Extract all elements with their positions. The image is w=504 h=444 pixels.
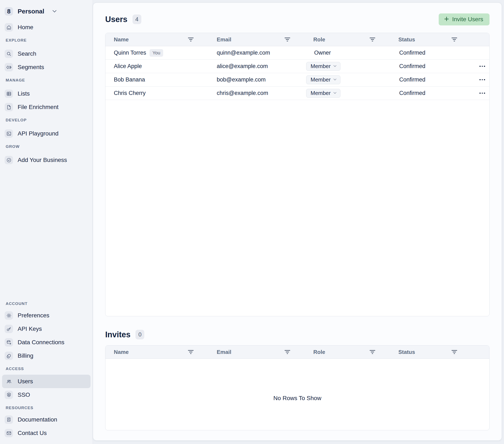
status-cell: Confirmed <box>390 50 472 56</box>
workspace-logo-icon: 8 <box>5 7 13 16</box>
name-cell: Bob Banana <box>106 76 208 83</box>
users-table-header: Name Email Role Status <box>106 33 489 46</box>
section-label-resources: RESOURCES <box>6 405 93 411</box>
role-cell: Owner <box>305 50 390 56</box>
actions-cell <box>472 64 489 69</box>
table-row: Bob Banana bob@example.com Member Confir… <box>106 73 489 87</box>
email-cell: quinn@example.com <box>208 50 305 56</box>
status-cell: Confirmed <box>390 76 472 83</box>
invites-empty-state: No Rows To Show <box>106 359 489 430</box>
sidebar: 8 Personal Home EXPLORE Search Segments … <box>0 0 93 444</box>
invites-section-header: Invites 0 <box>105 329 489 340</box>
role-dropdown[interactable]: Member <box>306 75 341 84</box>
envelope-icon <box>5 429 13 437</box>
chevron-down-icon <box>333 91 336 94</box>
shield-user-icon <box>5 391 13 399</box>
filter-icon[interactable] <box>451 37 457 42</box>
invites-count-badge: 0 <box>135 330 144 339</box>
sidebar-item-home[interactable]: Home <box>2 20 90 34</box>
sidebar-item-api-playground[interactable]: API Playground <box>2 127 90 140</box>
sidebar-item-users[interactable]: Users <box>2 375 90 388</box>
sidebar-item-add-your-business[interactable]: Add Your Business <box>2 153 90 167</box>
filter-icon[interactable] <box>451 350 457 354</box>
table-row: Chris Cherry chris@example.com Member Co… <box>106 87 489 100</box>
invites-table-header: Name Email Role Status <box>106 346 489 359</box>
home-icon <box>5 23 13 32</box>
filter-icon[interactable] <box>370 37 375 42</box>
sidebar-item-segments[interactable]: Segments <box>2 60 90 74</box>
name-cell: Alice Apple <box>106 63 208 70</box>
role-cell: Member <box>305 75 390 84</box>
chevron-down-icon <box>333 77 336 80</box>
column-header-role: Role <box>305 346 390 358</box>
email-cell: alice@example.com <box>208 63 305 70</box>
file-icon <box>5 103 13 111</box>
row-menu-button[interactable] <box>478 91 487 95</box>
role-dropdown[interactable]: Member <box>306 89 341 98</box>
status-cell: Confirmed <box>390 90 472 96</box>
workspace-name: Personal <box>18 8 44 15</box>
filter-icon[interactable] <box>188 37 194 42</box>
row-menu-button[interactable] <box>478 64 487 69</box>
table-row: Alice Apple alice@example.com Member Con… <box>106 60 489 73</box>
lists-icon <box>5 90 13 98</box>
invite-users-button[interactable]: + Invite Users <box>439 13 489 25</box>
column-header-email: Email <box>208 346 305 358</box>
plus-icon: + <box>444 15 449 23</box>
sidebar-item-sso[interactable]: SSO <box>2 388 90 402</box>
filter-icon[interactable] <box>285 37 290 42</box>
column-header-role: Role <box>305 33 390 46</box>
main-content-card: Users 4 + Invite Users Name Email Role S… <box>93 2 502 441</box>
gear-icon <box>5 311 13 320</box>
book-icon <box>5 415 13 424</box>
role-cell: Member <box>305 89 390 98</box>
sidebar-item-file-enrichment[interactable]: File Enrichment <box>2 100 90 114</box>
actions-cell <box>472 91 489 95</box>
table-row: Quinn Torres You quinn@example.com Owner… <box>106 46 489 60</box>
row-menu-button[interactable] <box>478 77 487 82</box>
section-label-account: ACCOUNT <box>6 301 93 307</box>
invites-page-title: Invites <box>105 330 130 339</box>
sidebar-spacer <box>0 167 93 301</box>
no-rows-message: No Rows To Show <box>273 395 321 402</box>
sidebar-item-billing[interactable]: Billing <box>2 349 90 363</box>
sidebar-item-contact-us[interactable]: Contact Us <box>2 426 90 440</box>
badge-check-icon <box>5 156 13 164</box>
column-header-actions <box>472 33 489 46</box>
sidebar-item-lists[interactable]: Lists <box>2 87 90 100</box>
filter-icon[interactable] <box>285 350 290 354</box>
email-cell: bob@example.com <box>208 76 305 83</box>
users-section-header: Users 4 + Invite Users <box>105 13 489 25</box>
segments-icon <box>5 63 13 71</box>
chevron-down-icon <box>53 8 56 12</box>
column-header-actions <box>472 346 489 358</box>
column-header-name: Name <box>106 346 208 358</box>
email-cell: chris@example.com <box>208 90 305 96</box>
filter-icon[interactable] <box>188 350 194 354</box>
sidebar-item-documentation[interactable]: Documentation <box>2 413 90 426</box>
section-label-develop: DEVELOP <box>6 117 93 123</box>
coins-icon <box>5 352 13 360</box>
sidebar-item-search[interactable]: Search <box>2 47 90 60</box>
column-header-name: Name <box>106 33 208 46</box>
chevron-down-icon <box>333 64 336 67</box>
section-label-explore: EXPLORE <box>6 37 93 43</box>
role-cell: Member <box>305 62 390 71</box>
role-dropdown[interactable]: Member <box>306 62 341 71</box>
users-icon <box>5 377 13 386</box>
section-label-access: ACCESS <box>6 366 93 372</box>
name-cell: Chris Cherry <box>106 90 208 96</box>
sidebar-item-api-keys[interactable]: API Keys <box>2 322 90 336</box>
sidebar-item-preferences[interactable]: Preferences <box>2 309 90 322</box>
filter-icon[interactable] <box>370 350 375 354</box>
users-page-title: Users <box>105 15 127 24</box>
actions-cell <box>472 77 489 82</box>
status-cell: Confirmed <box>390 63 472 70</box>
workspace-switcher[interactable]: 8 Personal <box>2 5 90 18</box>
column-header-status: Status <box>390 33 472 46</box>
search-icon <box>5 50 13 58</box>
you-badge: You <box>149 49 163 57</box>
section-label-manage: MANAGE <box>6 77 93 83</box>
sidebar-item-data-connections[interactable]: Data Connections <box>2 336 90 349</box>
terminal-icon <box>5 130 13 138</box>
